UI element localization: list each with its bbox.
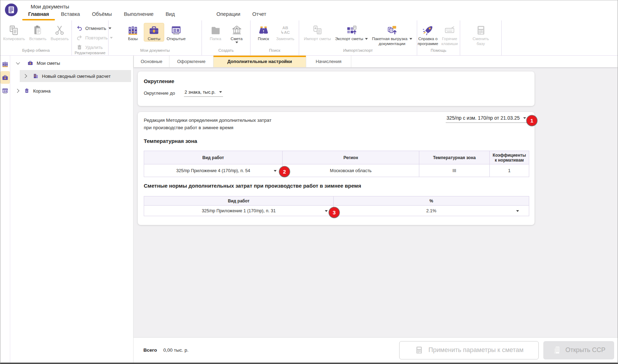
document-tree: Мои сметыНовый сводный сметный расчетКор…	[10, 56, 134, 363]
ribbon-button-4-1[interactable]: AB↳ACЗаменить	[274, 23, 296, 42]
temp-zone-title: Температурная зона	[144, 138, 197, 144]
tree-item-0[interactable]: Мои сметы	[10, 57, 133, 69]
edition-label: Редакция Методики определения дополнител…	[144, 117, 271, 131]
total-value: 0,00 тыс. р.	[163, 347, 188, 353]
batch-icon	[386, 24, 398, 36]
ribbon-button-3-1[interactable]: Смета	[227, 23, 247, 44]
tab-3[interactable]: Начисления	[306, 56, 351, 67]
menu-tab-0[interactable]: Главная	[22, 9, 55, 20]
ribbon-button-2-1[interactable]: Сметы	[144, 23, 164, 42]
ribbon-button-7-0[interactable]: Сменитьбазу	[471, 23, 491, 46]
rail-bases[interactable]	[0, 58, 10, 70]
ribbon-group-4: ПоискAB↳ACЗаменитьПоиск	[251, 20, 299, 55]
table-cell[interactable]: 325/пр Приложение 1 (170/пр), п. 31	[144, 206, 334, 216]
footer-bar: Всего 0,00 тыс. р. Применить параметры к…	[134, 337, 618, 363]
ribbon-button-0-1[interactable]: Вставить	[27, 23, 48, 42]
ribbon-button-0-0[interactable]: Копировать	[1, 23, 27, 42]
ribbon-group-5: Импорт сметыЭкспорт сметыПакетная выгруз…	[299, 20, 417, 55]
open-ssr-button[interactable]: Открыть ССР	[543, 341, 614, 359]
copy-icon	[8, 24, 20, 36]
app-logo-icon	[5, 3, 18, 17]
menu-tab-2[interactable]: Объёмы	[86, 9, 118, 20]
settings-tab-bar: ОсновныеОформлениеДополнительные настрой…	[134, 56, 618, 67]
chevron-down-icon	[325, 210, 328, 212]
column-header: Вид работ	[144, 151, 283, 164]
ribbon-group-label	[460, 48, 501, 55]
rail-open-documents[interactable]	[0, 84, 10, 97]
chevron-down-icon	[219, 91, 222, 93]
ribbon-group-label: Создать	[202, 48, 250, 55]
tab-0[interactable]: Основные	[134, 56, 169, 67]
calculator-icon	[475, 24, 487, 36]
export-icon	[345, 24, 357, 36]
tab-1[interactable]: Оформление	[169, 56, 214, 67]
table-cell[interactable]: 2.1%	[334, 206, 529, 216]
chevron-down-icon	[235, 42, 238, 43]
bases-icon	[127, 24, 139, 36]
chevron-down-icon	[523, 117, 526, 119]
ribbon-button-0-2[interactable]: Вырезать	[49, 23, 70, 42]
paste-icon	[32, 24, 44, 36]
keyboard-icon	[444, 24, 456, 36]
column-header: Коэффициенты к нормативам	[490, 151, 529, 164]
ribbon-toolbar: КопироватьВставитьВырезатьБуфер обменаОт…	[0, 20, 618, 56]
table-cell: 1	[490, 164, 529, 177]
menu-tab-5[interactable]: Операции	[210, 9, 246, 20]
chevron-down-icon[interactable]	[16, 61, 20, 64]
ribbon-button-6-1[interactable]: Горячиеклавиши	[439, 23, 460, 46]
menu-tab-bar: ГлавнаяВставкаОбъёмыВыполнениеВидОпераци…	[22, 9, 272, 20]
bank-icon	[231, 24, 243, 36]
tab-2[interactable]: Дополнительные настройки	[214, 56, 306, 67]
rail-estimates[interactable]	[0, 71, 10, 84]
briefcase-icon	[148, 24, 160, 36]
redo-icon	[76, 34, 83, 41]
callout-badge-3: 3	[329, 207, 339, 218]
ribbon-button-6-0[interactable]: Справка опрограмме	[417, 23, 439, 46]
bases-icon	[1, 61, 9, 68]
ribbon-button-5-1[interactable]: Экспорт сметы	[333, 23, 370, 42]
ribbon-button-1-2[interactable]: Удалить	[76, 44, 103, 51]
edition-value: 325/пр с изм. 170/пр от 21.03.25	[446, 115, 520, 121]
ribbon-button-5-2[interactable]: Пакетная выгрузкадокументации	[370, 23, 414, 46]
total-label: Всего	[143, 347, 157, 353]
ribbon-button-1-0[interactable]: Отменить	[76, 25, 111, 32]
column-header: Вид работ	[144, 196, 334, 206]
opendocs-icon	[170, 24, 182, 36]
binoculars-icon	[258, 24, 270, 36]
title-bar: Мои документы ГлавнаяВставкаОбъёмыВыполн…	[0, 0, 618, 20]
menu-tab-3[interactable]: Выполнение	[118, 9, 160, 20]
ribbon-button-4-0[interactable]: Поиск	[253, 23, 274, 42]
trash-icon	[76, 44, 83, 51]
menu-tab-6[interactable]: Отчет	[246, 9, 272, 20]
ribbon-button-1-1[interactable]: Повторить	[76, 34, 113, 41]
left-icon-rail	[0, 56, 10, 363]
edition-dropdown[interactable]: 325/пр с изм. 170/пр от 21.03.25	[446, 115, 527, 123]
ribbon-button-2-2[interactable]: Открытые	[165, 23, 187, 42]
briefcase-icon	[1, 74, 9, 81]
ribbon-group-label: Импорт/экспорт	[299, 48, 417, 55]
building-icon	[552, 345, 562, 355]
ribbon-button-3-0[interactable]: Папка	[205, 23, 226, 42]
rounding-card: Округление Округление до 2 знака, тыс.р.	[138, 71, 534, 106]
table-cell[interactable]: 325/пр Приложение 4 (170/пр), п. 54	[144, 164, 283, 177]
ribbon-group-2: БазыСметыОткрытыеМои документы	[109, 20, 202, 55]
ribbon-group-label: Буфер обмена	[0, 48, 72, 55]
tree-item-1[interactable]: Новый сводный сметный расчет	[20, 70, 131, 82]
column-header: Регион	[283, 151, 419, 164]
apply-parameters-button[interactable]: Применить параметры к сметам	[399, 341, 539, 359]
menu-tab-4[interactable]: Вид	[160, 9, 181, 20]
winter-norms-title: Сметные нормы дополнительных затрат при …	[144, 183, 361, 189]
app-window: Мои документы ГлавнаяВставкаОбъёмыВыполн…	[0, 0, 618, 364]
ribbon-button-5-0[interactable]: Импорт сметы	[302, 23, 333, 42]
menu-tab-1[interactable]: Вставка	[55, 9, 86, 20]
chevron-right-icon[interactable]	[15, 89, 19, 93]
ribbon-button-2-0[interactable]: Базы	[123, 23, 143, 42]
tree-item-2[interactable]: Корзина	[10, 85, 133, 96]
rounding-value: 2 знака, тыс.р.	[185, 89, 216, 95]
column-header: %	[334, 196, 529, 206]
ribbon-group-0: КопироватьВставитьВырезатьБуфер обмена	[0, 20, 72, 55]
ribbon-group-1: ОтменитьПовторитьУдалитьРедактирование	[72, 20, 109, 55]
rounding-dropdown[interactable]: 2 знака, тыс.р.	[184, 89, 223, 97]
chevron-right-icon[interactable]	[23, 74, 27, 78]
chevron-down-icon	[409, 38, 412, 40]
